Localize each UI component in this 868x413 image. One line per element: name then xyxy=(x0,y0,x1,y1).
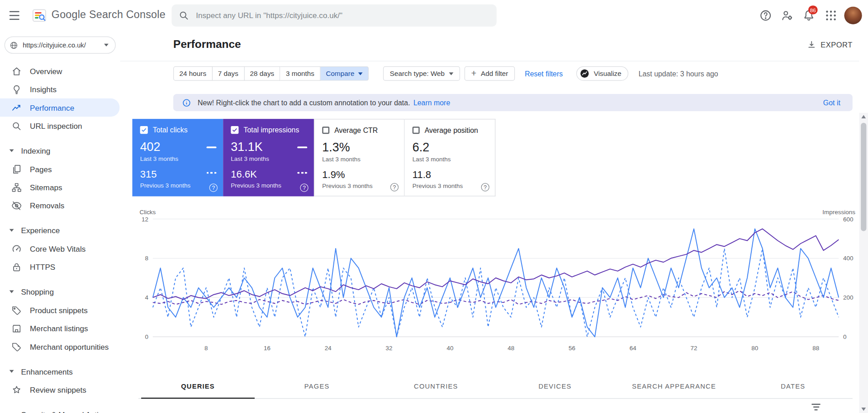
checkbox-checked-icon[interactable] xyxy=(140,126,148,133)
property-selector[interactable]: https://cityjuice.co.uk/ xyxy=(5,37,116,54)
tag-star-icon xyxy=(11,341,22,352)
scroll-up-arrow-icon[interactable] xyxy=(861,115,866,118)
search-icon xyxy=(11,120,22,131)
checkbox-unchecked-icon[interactable] xyxy=(322,127,329,134)
metric-card-average-ctr[interactable]: Average CTR 1.3% Last 3 months 1.9% Prev… xyxy=(314,119,405,196)
scrollbar-thumb[interactable] xyxy=(861,123,866,231)
info-icon xyxy=(182,98,191,107)
metric-current-caption: Last 3 months xyxy=(140,155,215,162)
home-icon xyxy=(11,66,22,76)
tab-search-appearance[interactable]: SEARCH APPEARANCE xyxy=(615,375,734,399)
sidebar-item-url-inspection[interactable]: URL inspection xyxy=(0,117,120,135)
sidebar-section-experience[interactable]: Experience xyxy=(0,221,120,239)
filters-bar: 24 hours 7 days 28 days 3 months Compare… xyxy=(173,66,718,81)
sidebar-item-merchant-listings[interactable]: Merchant listings xyxy=(0,319,120,337)
scrollbar-track[interactable] xyxy=(859,113,868,413)
x-axis-ticks: 816243240485664728088 xyxy=(153,344,839,352)
range-7-days-button[interactable]: 7 days xyxy=(213,66,245,81)
storefront-icon xyxy=(11,323,22,333)
help-icon[interactable] xyxy=(759,9,772,22)
export-label: EXPORT xyxy=(821,41,853,49)
metric-previous-value: 11.8 xyxy=(413,169,487,181)
section-label: Enhancements xyxy=(21,367,73,376)
search-console-logo-icon[interactable] xyxy=(32,8,47,23)
visualize-button[interactable]: Visualize xyxy=(576,66,629,81)
metric-card-average-position[interactable]: Average position 6.2 Last 3 months 11.8 … xyxy=(405,119,496,196)
avatar[interactable] xyxy=(844,7,862,24)
sidebar-item-merchant-opportunities[interactable]: Merchant opportunities xyxy=(0,338,120,356)
header-divider xyxy=(120,61,859,61)
metric-previous-caption: Previous 3 months xyxy=(413,183,487,189)
metric-label: Average CTR xyxy=(334,126,378,134)
range-24-hours-button[interactable]: 24 hours xyxy=(173,66,212,81)
help-icon[interactable]: ? xyxy=(390,183,398,191)
solid-line-legend xyxy=(207,146,217,148)
reset-filters-button[interactable]: Reset filters xyxy=(525,70,563,78)
sidebar-item-product-snippets[interactable]: Product snippets xyxy=(0,301,120,319)
dashed-line-legend xyxy=(207,172,217,174)
metric-current-caption: Last 3 months xyxy=(322,156,396,163)
range-3-months-button[interactable]: 3 months xyxy=(280,66,321,81)
help-icon[interactable]: ? xyxy=(209,183,218,192)
lightbulb-icon xyxy=(11,84,22,94)
metric-card-total-clicks[interactable]: Total clicks 402 Last 3 months 315 Previ… xyxy=(133,119,223,196)
sidebar-item-removals[interactable]: Removals xyxy=(0,196,120,214)
sidebar-item-label: Overview xyxy=(30,66,62,75)
help-icon[interactable]: ? xyxy=(300,183,308,192)
help-icon[interactable]: ? xyxy=(481,183,489,191)
sidebar-item-label: Review snippets xyxy=(30,385,86,394)
apps-grid-icon[interactable] xyxy=(824,9,837,22)
plus-icon: + xyxy=(471,69,476,78)
sidebar-item-label: Product snippets xyxy=(30,305,88,314)
sidebar-item-pages[interactable]: Pages xyxy=(0,160,120,178)
sidebar-item-core-web-vitals[interactable]: Core Web Vitals xyxy=(0,239,120,258)
sidebar-item-label: Performance xyxy=(30,103,74,112)
tab-countries[interactable]: COUNTRIES xyxy=(376,375,495,399)
checkbox-checked-icon[interactable] xyxy=(231,126,238,133)
sidebar-item-sitemaps[interactable]: Sitemaps xyxy=(0,178,120,196)
y-axis-left-ticks: 04812 xyxy=(120,207,148,356)
metric-card-total-impressions[interactable]: Total impressions 31.1K Last 3 months 16… xyxy=(223,119,314,196)
tab-devices[interactable]: DEVICES xyxy=(495,375,614,399)
url-inspect-input[interactable] xyxy=(196,11,490,20)
search-icon xyxy=(178,10,189,21)
sidebar-item-overview[interactable]: Overview xyxy=(0,62,120,80)
manage-users-icon[interactable] xyxy=(781,9,794,22)
sidebar-section-indexing[interactable]: Indexing xyxy=(0,141,120,160)
menu-icon[interactable] xyxy=(9,11,20,20)
y-axis-right-ticks: 0200400600 xyxy=(843,207,860,356)
tab-dates[interactable]: DATES xyxy=(734,375,853,399)
sidebar-item-review-snippets[interactable]: Review snippets xyxy=(0,380,120,399)
export-button[interactable]: EXPORT xyxy=(807,40,853,50)
sidebar-section-enhancements[interactable]: Enhancements xyxy=(0,362,120,380)
search-type-filter[interactable]: Search type: Web xyxy=(383,66,460,81)
scroll-down-arrow-icon[interactable] xyxy=(861,408,866,411)
metric-previous-value: 16.6K xyxy=(231,169,306,180)
sidebar-section-shopping[interactable]: Shopping xyxy=(0,282,120,300)
sidebar-item-insights[interactable]: Insights xyxy=(0,80,120,98)
filter-list-icon[interactable] xyxy=(811,404,821,411)
sidebar-item-label: Merchant opportunities xyxy=(30,342,109,351)
sidebar-item-label: Sitemaps xyxy=(30,183,62,192)
annotation-banner: New! Right-click the chart to add a cust… xyxy=(173,94,853,111)
chevron-down-icon xyxy=(9,149,14,152)
visualize-label: Visualize xyxy=(594,70,621,77)
section-label: Indexing xyxy=(21,146,51,155)
tab-pages[interactable]: PAGES xyxy=(257,375,376,399)
tab-queries[interactable]: QUERIES xyxy=(138,375,257,399)
add-filter-button[interactable]: + Add filter xyxy=(465,66,515,81)
visualize-icon xyxy=(579,69,589,79)
learn-more-link[interactable]: Learn more xyxy=(413,99,450,107)
range-28-days-button[interactable]: 28 days xyxy=(244,66,280,81)
chevron-down-icon xyxy=(9,229,14,232)
checkbox-unchecked-icon[interactable] xyxy=(413,127,420,134)
sidebar-item-performance[interactable]: Performance xyxy=(0,99,119,117)
notification-count-badge: 86 xyxy=(808,5,818,14)
sidebar-item-https[interactable]: HTTPS xyxy=(0,258,120,276)
sidebar-item-label: HTTPS xyxy=(30,263,55,272)
got-it-button[interactable]: Got it xyxy=(820,99,844,107)
url-inspect-searchbar[interactable] xyxy=(171,5,496,27)
sidebar-section-security-manual-actions[interactable]: Security & Manual Actions xyxy=(0,405,120,413)
property-url: https://cityjuice.co.uk/ xyxy=(23,41,104,49)
compare-button[interactable]: Compare xyxy=(320,66,369,81)
